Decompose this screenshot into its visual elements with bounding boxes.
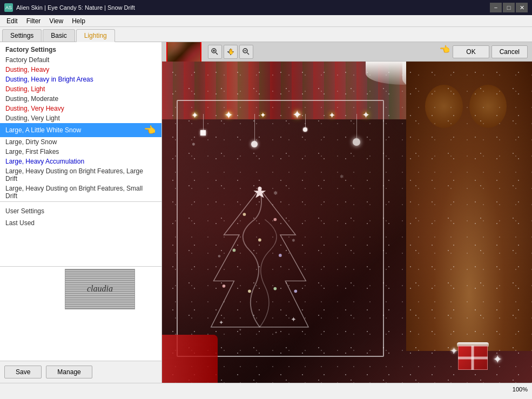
list-item-selected[interactable]: Large, A Little White Snow 👉 xyxy=(0,123,161,137)
menu-view[interactable]: View xyxy=(45,16,68,26)
settings-list[interactable]: Factory Settings Factory Default Dusting… xyxy=(0,42,161,201)
christmas-scene: ✦ ✦ ✦ ✦ ✦ ✦ xyxy=(162,62,532,383)
list-item[interactable]: Dusting, Light xyxy=(0,84,161,94)
list-item[interactable]: Dusting, Heavy in Bright Areas xyxy=(0,75,161,84)
menu-edit[interactable]: Edit xyxy=(2,16,22,26)
snow-star-mid: ✦ xyxy=(450,345,458,357)
list-item[interactable]: Large, Heavy Dusting on Bright Features,… xyxy=(0,184,161,201)
list-item[interactable]: Factory Default xyxy=(0,55,161,65)
ok-pointer-icon: 👉 xyxy=(440,44,450,55)
watermark-preview: claudia xyxy=(65,269,135,309)
preview-area: ✦ ✦ ✦ ✦ ✦ ✦ xyxy=(162,62,532,383)
settings-section: Factory Settings Factory Default Dusting… xyxy=(0,42,161,202)
menu-filter[interactable]: Filter xyxy=(22,16,45,26)
svg-text:✋: ✋ xyxy=(228,48,235,55)
last-used-item[interactable]: Last Used xyxy=(4,218,157,228)
settings-group-header: Factory Settings xyxy=(0,44,161,55)
list-item[interactable]: Large, First Flakes xyxy=(0,147,161,157)
zoom-in-icon[interactable] xyxy=(208,45,222,59)
status-bar: 100% xyxy=(0,383,532,395)
window-title: Alien Skin | Eye Candy 5: Nature | Snow … xyxy=(16,4,135,11)
menu-bar: Edit Filter View Help xyxy=(0,15,532,27)
gift-box xyxy=(458,346,488,370)
tab-basic[interactable]: Basic xyxy=(43,29,75,42)
user-section-wrapper: User Settings Last Used claudia xyxy=(0,202,161,361)
close-button[interactable]: ✕ xyxy=(516,3,528,12)
window-controls[interactable]: − □ ✕ xyxy=(490,3,528,12)
ok-button-wrapper: 👉 OK xyxy=(453,45,489,58)
title-bar-left: AS Alien Skin | Eye Candy 5: Nature | Sn… xyxy=(4,3,135,12)
manage-button[interactable]: Manage xyxy=(46,366,92,378)
list-item[interactable]: Dusting, Heavy xyxy=(0,65,161,75)
tab-bar: Settings Basic Lighting xyxy=(0,27,532,42)
snow-overlay xyxy=(162,62,532,383)
santa-coat xyxy=(162,335,218,383)
watermark-text: claudia xyxy=(87,284,113,294)
watermark-container: claudia xyxy=(65,269,135,309)
cancel-button[interactable]: Cancel xyxy=(491,45,528,58)
left-panel: Factory Settings Factory Default Dusting… xyxy=(0,42,162,383)
right-top-bar: ✋ 👉 OK Cancel xyxy=(162,42,532,62)
list-item[interactable]: Dusting, Very Light xyxy=(0,113,161,123)
svg-line-1 xyxy=(216,52,218,55)
app-icon: AS xyxy=(4,3,13,12)
pan-icon[interactable]: ✋ xyxy=(224,45,238,59)
tab-settings[interactable]: Settings xyxy=(2,29,42,42)
ok-button[interactable]: OK xyxy=(453,45,489,58)
right-top-right: 👉 OK Cancel xyxy=(453,45,528,58)
list-item[interactable]: Large, Heavy Accumulation xyxy=(0,157,161,166)
zoom-level: 100% xyxy=(513,386,528,393)
user-settings-item[interactable]: User Settings xyxy=(4,206,157,216)
right-panel: ✋ 👉 OK Cancel xyxy=(162,42,532,383)
list-item[interactable]: Dusting, Moderate xyxy=(0,94,161,104)
pointer-icon: 👉 xyxy=(144,124,156,136)
svg-line-6 xyxy=(247,52,250,55)
list-item[interactable]: Large, Large Snow Pile from Bottom xyxy=(0,201,161,201)
user-section: User Settings Last Used xyxy=(0,202,161,267)
tab-lighting[interactable]: Lighting xyxy=(76,29,115,42)
minimize-button[interactable]: − xyxy=(490,3,502,12)
maximize-button[interactable]: □ xyxy=(503,3,515,12)
main-layout: Factory Settings Factory Default Dusting… xyxy=(0,42,532,383)
list-item[interactable]: Large, Dirty Snow xyxy=(0,137,161,147)
menu-help[interactable]: Help xyxy=(68,16,90,26)
save-button[interactable]: Save xyxy=(4,366,42,378)
title-bar: AS Alien Skin | Eye Candy 5: Nature | Sn… xyxy=(0,0,532,15)
zoom-fit-icon[interactable] xyxy=(239,45,253,59)
button-bar: Save Manage xyxy=(0,361,161,383)
tool-icons: ✋ xyxy=(208,45,253,59)
list-item[interactable]: Large, Heavy Dusting on Bright Features,… xyxy=(0,166,161,184)
snow-star-right: ✦ xyxy=(493,353,502,367)
list-item[interactable]: Dusting, Very Heavy xyxy=(0,104,161,113)
